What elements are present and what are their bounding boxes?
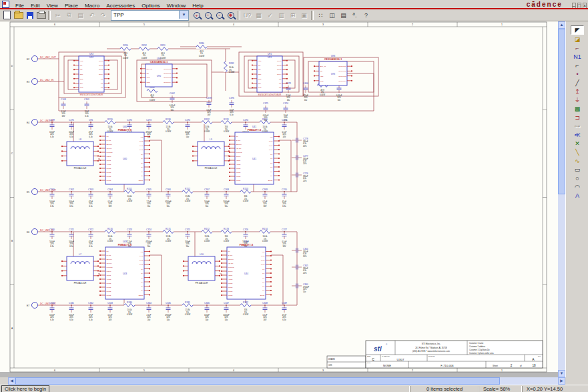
svg-text:OE: OE (147, 73, 150, 75)
svg-text:PGND: PGND (236, 168, 241, 170)
svg-text:0.16W: 0.16W (243, 313, 248, 316)
svg-text:U92: U92 (89, 53, 93, 55)
page-select-combo[interactable]: TPP▾ (111, 10, 189, 21)
scroll-right-button[interactable]: ▶ (558, 377, 565, 385)
svg-text:PWRGD: PWRGD (236, 152, 242, 154)
print-button[interactable] (35, 10, 47, 20)
svg-text:R172: R172 (204, 228, 210, 230)
svg-text:0.04W: 0.04W (123, 57, 128, 59)
svg-text:6.3v: 6.3v (89, 205, 93, 208)
svg-text:VDD: VDD (147, 77, 150, 79)
svg-text:C343: C343 (107, 302, 113, 305)
svg-text:PGND: PGND (107, 180, 111, 182)
cadence-logo: cādence (527, 1, 563, 8)
scroll-up-button[interactable]: ▲ (558, 21, 565, 29)
place-bus-entry-tool[interactable]: ╱ (571, 79, 583, 87)
svg-text:6.3v: 6.3v (303, 252, 307, 255)
svg-text:PVIN: PVIN (261, 260, 265, 262)
snap-to-grid-button[interactable]: ∷ (315, 10, 326, 20)
svg-text:R291: R291 (160, 44, 166, 47)
svg-text:AGND: AGND (107, 164, 111, 166)
svg-text:C309: C309 (262, 188, 268, 191)
svg-text:C376: C376 (229, 97, 234, 100)
svg-text:0.16W: 0.16W (185, 200, 190, 202)
svg-text:0.16W: 0.16W (166, 240, 171, 242)
place-bus-tool[interactable]: ⌐ (571, 61, 583, 69)
svg-text:OUT4: OUT4 (99, 73, 103, 75)
svg-text:RT: RT (107, 250, 109, 252)
zoom-out-button[interactable]: − (202, 10, 214, 20)
svg-text:PVIN: PVIN (139, 145, 143, 147)
svg-text:VSADJ: VSADJ (236, 148, 242, 150)
place-power-tool[interactable]: ↥ (571, 87, 583, 95)
project-manager-button[interactable]: ◫ (326, 10, 338, 20)
svg-text:PH: PH (270, 162, 273, 164)
place-rectangle-tool[interactable]: ▭ (571, 166, 583, 174)
open-button[interactable] (13, 10, 24, 20)
svg-text:6: 6 (54, 369, 55, 372)
svg-text:0.04W: 0.04W (199, 55, 204, 57)
vertical-scrollbar[interactable]: ▲ ▼ (558, 21, 565, 377)
svg-text:C310: C310 (282, 188, 287, 191)
status-coordinates: X=0.20 Y=14.50 (522, 386, 588, 392)
status-hint[interactable]: Click here to begin (1, 385, 49, 392)
svg-text:PVIN: PVIN (269, 145, 273, 147)
svg-text:C276: C276 (303, 172, 308, 175)
svg-text:U40: U40 (123, 126, 127, 128)
svg-text:PGND: PGND (107, 286, 111, 288)
place-net-alias-tool[interactable]: N1 (571, 53, 583, 61)
place-hierarchical-block-tool[interactable]: ▩ (571, 105, 583, 113)
zoom-all-button[interactable]: ✱ (225, 10, 236, 20)
horizontal-scrollbar[interactable]: ◀ ▶ (8, 377, 565, 385)
place-polyline-tool[interactable]: ∿ (571, 157, 583, 165)
save-icon (27, 12, 33, 19)
vertical-scroll-thumb[interactable] (558, 29, 565, 194)
scroll-down-button[interactable]: ▼ (558, 370, 565, 377)
svg-text:CE3304M230-1: CE3304M230-1 (150, 61, 168, 63)
new-button[interactable] (1, 10, 13, 20)
place-text-tool[interactable]: A (571, 192, 583, 200)
svg-text:PGND: PGND (236, 180, 241, 182)
svg-text:L8: L8 (79, 138, 81, 141)
place-ground-tool[interactable]: ⏚ (571, 96, 583, 104)
svg-text:PH: PH (141, 154, 143, 156)
zoom-area-button[interactable]: ▫ (214, 10, 225, 20)
svg-text:U90: U90 (157, 57, 161, 60)
svg-text:U92: U92 (89, 56, 93, 59)
svg-text:VIN: VIN (141, 251, 143, 253)
svg-text:R191: R191 (224, 118, 229, 121)
horizontal-scroll-thumb[interactable] (15, 377, 500, 385)
place-no-connect-tool[interactable]: ✕ (571, 140, 583, 148)
svg-text:C348: C348 (262, 302, 268, 305)
svg-text:6.3v: 6.3v (284, 119, 288, 122)
place-part-tool[interactable]: ◪ (571, 35, 583, 43)
place-off-page-connector-tool[interactable]: ≪ (571, 131, 583, 139)
svg-text:0.16W: 0.16W (224, 240, 229, 242)
hierarchy-button[interactable]: ª. (349, 10, 360, 20)
svg-text:Customer 1 address: Customer 1 address (469, 345, 486, 348)
place-port-tool[interactable]: ⊐ (571, 114, 583, 122)
place-line-tool[interactable]: ╲ (571, 148, 583, 156)
svg-text:PH: PH (270, 175, 273, 177)
session-log-button[interactable]: ▤ (338, 10, 349, 20)
scroll-left-button[interactable]: ◀ (8, 377, 15, 385)
svg-text:16V: 16V (264, 205, 267, 208)
schematic-canvas[interactable]: 665544332211DCBAE2DC_UN2_OUTE3DC_UN2_INE… (0, 21, 558, 377)
svg-text:RT: RT (228, 250, 231, 252)
svg-text:CE3304M230-1: CE3304M230-1 (324, 58, 342, 61)
place-arc-tool[interactable]: ◠ (571, 183, 583, 191)
place-junction-tool[interactable]: • (571, 70, 583, 78)
copy-button: ⧉ (63, 10, 75, 20)
help-button[interactable]: ? (360, 10, 372, 20)
svg-text:0.16W: 0.16W (229, 71, 234, 73)
combo-dropdown-icon[interactable]: ▾ (179, 11, 188, 19)
select-tool[interactable]: ◤ (571, 25, 584, 35)
svg-text:0.16W: 0.16W (127, 200, 132, 202)
place-wire-tool[interactable]: ⌐ (571, 44, 583, 52)
zoom-in-button[interactable]: + (191, 10, 202, 20)
place-ellipse-tool[interactable]: ○ (571, 174, 583, 182)
svg-text:AGND: AGND (236, 164, 241, 166)
svg-text:OUTPUT3: OUTPUT3 (164, 77, 172, 79)
svg-text:C327: C327 (282, 228, 287, 231)
save-button[interactable] (24, 10, 35, 20)
